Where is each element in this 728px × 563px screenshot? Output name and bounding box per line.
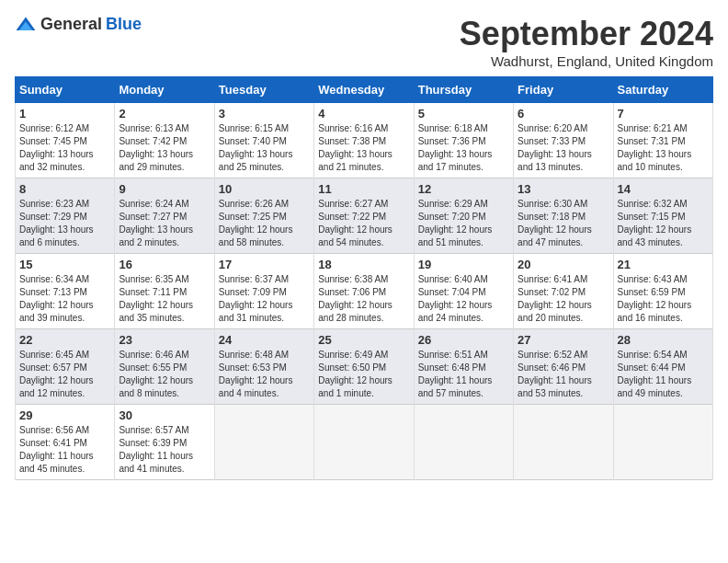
logo-blue: Blue [106,15,142,34]
calendar-cell: 29 Sunrise: 6:56 AMSunset: 6:41 PMDaylig… [16,405,115,480]
day-detail: Sunrise: 6:38 AMSunset: 7:06 PMDaylight:… [318,274,392,323]
calendar-cell: 1 Sunrise: 6:12 AMSunset: 7:45 PMDayligh… [16,103,115,178]
calendar-cell: 22 Sunrise: 6:45 AMSunset: 6:57 PMDaylig… [16,329,115,405]
day-detail: Sunrise: 6:30 AMSunset: 7:18 PMDaylight:… [518,199,592,247]
day-number: 9 [119,182,210,196]
day-number: 4 [318,107,409,121]
calendar-cell: 25 Sunrise: 6:49 AMSunset: 6:50 PMDaylig… [314,329,414,405]
header-sunday: Sunday [16,77,115,103]
day-number: 27 [518,333,609,347]
calendar-cell: 26 Sunrise: 6:51 AMSunset: 6:48 PMDaylig… [414,329,513,405]
month-title: September 2024 [460,15,713,53]
calendar-cell: 24 Sunrise: 6:48 AMSunset: 6:53 PMDaylig… [214,329,313,405]
day-number: 30 [119,408,210,422]
day-number: 7 [618,107,709,121]
day-detail: Sunrise: 6:29 AMSunset: 7:20 PMDaylight:… [418,199,493,247]
calendar-cell: 6 Sunrise: 6:20 AMSunset: 7:33 PMDayligh… [514,103,613,178]
calendar-cell: 21 Sunrise: 6:43 AMSunset: 6:59 PMDaylig… [613,254,712,329]
calendar-cell: 7 Sunrise: 6:21 AMSunset: 7:31 PMDayligh… [613,103,712,178]
day-number: 1 [19,107,110,121]
header-saturday: Saturday [613,77,712,103]
calendar-cell: 10 Sunrise: 6:26 AMSunset: 7:25 PMDaylig… [214,178,313,254]
header-friday: Friday [514,77,613,103]
calendar-cell [514,405,613,480]
logo-icon [15,16,37,34]
day-number: 21 [618,258,709,271]
day-detail: Sunrise: 6:56 AMSunset: 6:41 PMDaylight:… [19,425,94,474]
day-detail: Sunrise: 6:32 AMSunset: 7:15 PMDaylight:… [618,199,692,247]
day-detail: Sunrise: 6:13 AMSunset: 7:42 PMDaylight:… [119,123,193,172]
day-detail: Sunrise: 6:16 AMSunset: 7:38 PMDaylight:… [318,123,392,172]
day-number: 24 [219,333,310,347]
calendar-cell: 28 Sunrise: 6:54 AMSunset: 6:44 PMDaylig… [613,329,712,405]
day-detail: Sunrise: 6:24 AMSunset: 7:27 PMDaylight:… [119,199,193,247]
day-number: 13 [518,182,609,196]
day-number: 20 [518,258,609,271]
header-wednesday: Wednesday [314,77,414,103]
week-row-4: 29 Sunrise: 6:56 AMSunset: 6:41 PMDaylig… [16,405,713,480]
calendar-cell: 16 Sunrise: 6:35 AMSunset: 7:11 PMDaylig… [115,254,214,329]
day-detail: Sunrise: 6:57 AMSunset: 6:39 PMDaylight:… [119,425,193,474]
calendar-cell: 5 Sunrise: 6:18 AMSunset: 7:36 PMDayligh… [414,103,513,178]
day-detail: Sunrise: 6:27 AMSunset: 7:22 PMDaylight:… [318,199,392,247]
calendar-cell [613,405,712,480]
day-number: 10 [219,182,310,196]
calendar-cell [414,405,513,480]
week-row-3: 22 Sunrise: 6:45 AMSunset: 6:57 PMDaylig… [16,329,713,405]
calendar-cell: 11 Sunrise: 6:27 AMSunset: 7:22 PMDaylig… [314,178,414,254]
day-number: 19 [418,258,509,271]
day-number: 15 [19,258,110,271]
week-row-2: 15 Sunrise: 6:34 AMSunset: 7:13 PMDaylig… [16,254,713,329]
header-tuesday: Tuesday [214,77,313,103]
day-detail: Sunrise: 6:20 AMSunset: 7:33 PMDaylight:… [518,123,592,172]
day-detail: Sunrise: 6:15 AMSunset: 7:40 PMDaylight:… [219,123,293,172]
calendar-cell: 9 Sunrise: 6:24 AMSunset: 7:27 PMDayligh… [115,178,214,254]
calendar-cell: 8 Sunrise: 6:23 AMSunset: 7:29 PMDayligh… [16,178,115,254]
day-number: 22 [19,333,110,347]
calendar-cell: 19 Sunrise: 6:40 AMSunset: 7:04 PMDaylig… [414,254,513,329]
day-detail: Sunrise: 6:18 AMSunset: 7:36 PMDaylight:… [418,123,493,172]
day-detail: Sunrise: 6:12 AMSunset: 7:45 PMDaylight:… [19,123,94,172]
day-detail: Sunrise: 6:48 AMSunset: 6:53 PMDaylight:… [219,350,293,398]
day-detail: Sunrise: 6:51 AMSunset: 6:48 PMDaylight:… [418,350,493,398]
day-number: 17 [219,258,310,271]
week-row-1: 8 Sunrise: 6:23 AMSunset: 7:29 PMDayligh… [16,178,713,254]
day-number: 18 [318,258,409,271]
day-number: 16 [119,258,210,271]
logo: General Blue [15,15,142,34]
day-number: 6 [518,107,609,121]
day-detail: Sunrise: 6:23 AMSunset: 7:29 PMDaylight:… [19,199,94,247]
calendar-body: 1 Sunrise: 6:12 AMSunset: 7:45 PMDayligh… [16,103,713,480]
day-number: 23 [119,333,210,347]
day-number: 14 [618,182,709,196]
calendar-cell: 18 Sunrise: 6:38 AMSunset: 7:06 PMDaylig… [314,254,414,329]
day-number: 5 [418,107,509,121]
calendar-cell: 14 Sunrise: 6:32 AMSunset: 7:15 PMDaylig… [613,178,712,254]
day-number: 12 [418,182,509,196]
day-detail: Sunrise: 6:45 AMSunset: 6:57 PMDaylight:… [19,350,94,398]
calendar-header-row: SundayMondayTuesdayWednesdayThursdayFrid… [16,77,713,103]
day-detail: Sunrise: 6:52 AMSunset: 6:46 PMDaylight:… [518,350,592,398]
day-detail: Sunrise: 6:40 AMSunset: 7:04 PMDaylight:… [418,274,493,323]
calendar-cell: 15 Sunrise: 6:34 AMSunset: 7:13 PMDaylig… [16,254,115,329]
day-detail: Sunrise: 6:37 AMSunset: 7:09 PMDaylight:… [219,274,293,323]
day-number: 11 [318,182,409,196]
day-detail: Sunrise: 6:35 AMSunset: 7:11 PMDaylight:… [119,274,193,323]
day-detail: Sunrise: 6:34 AMSunset: 7:13 PMDaylight:… [19,274,94,323]
day-detail: Sunrise: 6:54 AMSunset: 6:44 PMDaylight:… [618,350,692,398]
calendar-cell: 27 Sunrise: 6:52 AMSunset: 6:46 PMDaylig… [514,329,613,405]
day-number: 8 [19,182,110,196]
calendar-cell: 12 Sunrise: 6:29 AMSunset: 7:20 PMDaylig… [414,178,513,254]
calendar-cell: 3 Sunrise: 6:15 AMSunset: 7:40 PMDayligh… [214,103,313,178]
day-detail: Sunrise: 6:46 AMSunset: 6:55 PMDaylight:… [119,350,193,398]
header-monday: Monday [115,77,214,103]
calendar-cell: 20 Sunrise: 6:41 AMSunset: 7:02 PMDaylig… [514,254,613,329]
location: Wadhurst, England, United Kingdom [460,53,713,69]
header-thursday: Thursday [414,77,513,103]
day-number: 2 [119,107,210,121]
day-detail: Sunrise: 6:43 AMSunset: 6:59 PMDaylight:… [618,274,692,323]
title-area: September 2024 Wadhurst, England, United… [460,15,713,69]
day-detail: Sunrise: 6:49 AMSunset: 6:50 PMDaylight:… [318,350,392,398]
day-number: 3 [219,107,310,121]
calendar-cell: 30 Sunrise: 6:57 AMSunset: 6:39 PMDaylig… [115,405,214,480]
